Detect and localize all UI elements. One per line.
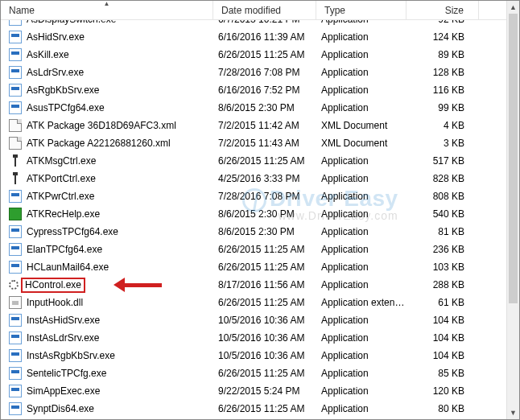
file-date-cell: 6/26/2015 11:25 AM bbox=[213, 244, 316, 255]
file-type-cell: XML Document bbox=[316, 120, 407, 131]
column-header-date[interactable]: Date modified bbox=[213, 1, 316, 19]
file-name-label: AsusTPCfg64.exe bbox=[27, 102, 105, 113]
file-row[interactable]: InstAsHidSrv.exe10/5/2016 10:36 AMApplic… bbox=[1, 311, 506, 329]
file-row[interactable]: ElanTPCfg64.exe6/26/2015 11:25 AMApplica… bbox=[1, 241, 506, 258]
file-size-cell: 128 KB bbox=[407, 67, 479, 78]
file-row[interactable]: ATKPwrCtrl.exe7/28/2016 7:08 PMApplicati… bbox=[1, 187, 506, 205]
file-row[interactable]: ATKMsgCtrl.exe6/26/2015 11:25 AMApplicat… bbox=[1, 152, 506, 170]
file-type-cell: Application bbox=[316, 208, 407, 220]
file-date-cell: 6/26/2015 11:25 AM bbox=[213, 49, 316, 60]
file-row[interactable]: AsDisplaySwitch.exe6/7/2013 10:21 PMAppl… bbox=[1, 20, 506, 28]
exe-icon bbox=[9, 349, 22, 362]
file-type-cell: Application bbox=[316, 31, 407, 43]
dll-icon bbox=[9, 296, 22, 309]
file-size-cell: 92 KB bbox=[407, 20, 479, 25]
exe-icon bbox=[9, 48, 22, 61]
file-type-cell: Application bbox=[316, 244, 407, 255]
file-row[interactable]: HCLaunMail64.exe6/26/2015 11:25 AMApplic… bbox=[1, 258, 506, 276]
file-type-cell: Application bbox=[316, 84, 407, 96]
file-row[interactable]: ATK Package 36D18D69AFC3.xml7/2/2015 11:… bbox=[1, 117, 506, 134]
file-size-cell: 104 KB bbox=[407, 315, 479, 326]
file-size-cell: 89 KB bbox=[407, 49, 479, 60]
file-row[interactable]: ATK Package A22126881260.xml7/2/2015 11:… bbox=[1, 134, 506, 152]
file-name-cell: AsRgbKbSrv.exe bbox=[1, 84, 213, 97]
column-header-name-label: Name bbox=[9, 5, 35, 16]
file-type-cell: Application extens... bbox=[316, 297, 407, 308]
file-name-label: ATKPortCtrl.exe bbox=[27, 173, 96, 184]
file-type-cell: Application bbox=[316, 279, 407, 290]
file-name-cell: InstAsLdrSrv.exe bbox=[1, 331, 213, 344]
file-name-label: AsDisplaySwitch.exe bbox=[27, 20, 116, 25]
file-row[interactable]: AsLdrSrv.exe7/28/2016 7:08 PMApplication… bbox=[1, 64, 506, 81]
file-date-cell: 10/5/2016 10:36 AM bbox=[213, 315, 316, 326]
file-date-cell: 8/6/2015 2:30 PM bbox=[213, 208, 316, 220]
file-name-cell: AsHidSrv.exe bbox=[1, 31, 213, 43]
vertical-scrollbar[interactable]: ▲ ▼ bbox=[506, 1, 519, 419]
file-type-cell: Application bbox=[316, 49, 407, 60]
file-size-cell: 4 KB bbox=[407, 120, 479, 131]
file-size-cell: 3 KB bbox=[407, 138, 479, 149]
file-name-cell: ATKPortCtrl.exe bbox=[1, 172, 213, 185]
file-row[interactable]: InputHook.dll6/26/2015 11:25 AMApplicati… bbox=[1, 294, 506, 311]
file-row[interactable]: SimAppExec.exe9/22/2015 5:24 PMApplicati… bbox=[1, 382, 506, 400]
exe-icon bbox=[9, 20, 22, 26]
file-name-label: ATK Package 36D18D69AFC3.xml bbox=[27, 120, 176, 131]
scroll-down-button[interactable]: ▼ bbox=[507, 406, 519, 419]
file-name-label: SentelicTPCfg.exe bbox=[27, 368, 106, 379]
usb-icon bbox=[9, 172, 22, 185]
file-date-cell: 4/25/2016 3:33 PM bbox=[213, 173, 316, 184]
file-list-view: Name ▲ Date modified Type Size AsDisplay… bbox=[1, 1, 519, 419]
file-date-cell: 7/2/2015 11:43 AM bbox=[213, 138, 316, 149]
file-row[interactable]: SynptSync64.exe6/26/2015 11:25 AMApplica… bbox=[1, 418, 506, 419]
file-name-label: InputHook.dll bbox=[27, 297, 83, 308]
scroll-up-button[interactable]: ▲ bbox=[507, 1, 519, 14]
exe-icon bbox=[9, 243, 22, 256]
file-row[interactable]: HControl.exe8/17/2016 11:56 AMApplicatio… bbox=[1, 276, 506, 294]
file-row[interactable]: SynptDis64.exe6/26/2015 11:25 AMApplicat… bbox=[1, 400, 506, 418]
file-name-cell: SimAppExec.exe bbox=[1, 385, 213, 397]
file-row[interactable]: ATKRecHelp.exe8/6/2015 2:30 PMApplicatio… bbox=[1, 205, 506, 223]
file-row[interactable]: AsHidSrv.exe6/16/2016 11:39 AMApplicatio… bbox=[1, 28, 506, 46]
exe-icon bbox=[9, 367, 22, 380]
file-row[interactable]: SentelicTPCfg.exe6/26/2015 11:25 AMAppli… bbox=[1, 364, 506, 382]
file-type-cell: Application bbox=[316, 385, 407, 397]
file-row[interactable]: AsKill.exe6/26/2015 11:25 AMApplication8… bbox=[1, 46, 506, 64]
file-name-label: CypressTPCfg64.exe bbox=[27, 226, 118, 237]
exe-icon bbox=[9, 331, 22, 344]
exe-icon bbox=[9, 261, 22, 274]
file-row[interactable]: AsRgbKbSrv.exe6/16/2016 7:52 PMApplicati… bbox=[1, 81, 506, 99]
column-header-name[interactable]: Name ▲ bbox=[1, 1, 213, 19]
file-row[interactable]: InstAsLdrSrv.exe10/5/2016 10:36 AMApplic… bbox=[1, 329, 506, 347]
file-name-label: SynptDis64.exe bbox=[27, 403, 94, 414]
column-header-type[interactable]: Type bbox=[316, 1, 407, 19]
file-row[interactable]: CypressTPCfg64.exe8/6/2015 2:30 PMApplic… bbox=[1, 223, 506, 241]
scroll-thumb[interactable] bbox=[509, 14, 518, 303]
file-size-cell: 808 KB bbox=[407, 191, 479, 202]
file-date-cell: 6/26/2015 11:25 AM bbox=[213, 261, 316, 273]
file-row[interactable]: ATKPortCtrl.exe4/25/2016 3:33 PMApplicat… bbox=[1, 170, 506, 187]
file-name-label: ATKPwrCtrl.exe bbox=[27, 191, 94, 202]
file-size-cell: 85 KB bbox=[407, 368, 479, 379]
column-header-date-label: Date modified bbox=[221, 5, 281, 16]
file-size-cell: 236 KB bbox=[407, 244, 479, 255]
file-name-cell: AsusTPCfg64.exe bbox=[1, 101, 213, 114]
file-name-label: ATKMsgCtrl.exe bbox=[27, 155, 96, 167]
file-type-cell: Application bbox=[316, 155, 407, 167]
column-header-size[interactable]: Size bbox=[407, 1, 479, 19]
file-type-cell: Application bbox=[316, 350, 407, 361]
file-type-cell: Application bbox=[316, 315, 407, 326]
file-name-label: HCLaunMail64.exe bbox=[27, 261, 109, 273]
file-date-cell: 7/28/2016 7:08 PM bbox=[213, 191, 316, 202]
file-type-cell: Application bbox=[316, 368, 407, 379]
file-rows-container: AsDisplaySwitch.exe6/7/2013 10:21 PMAppl… bbox=[1, 20, 506, 419]
file-size-cell: 80 KB bbox=[407, 403, 479, 414]
scroll-track[interactable] bbox=[507, 14, 519, 406]
file-name-cell: InputHook.dll bbox=[1, 296, 213, 309]
file-date-cell: 8/6/2015 2:30 PM bbox=[213, 102, 316, 113]
file-row[interactable]: InstAsRgbKbSrv.exe10/5/2016 10:36 AMAppl… bbox=[1, 347, 506, 364]
file-size-cell: 99 KB bbox=[407, 102, 479, 113]
gear-icon bbox=[9, 280, 19, 290]
file-size-cell: 828 KB bbox=[407, 173, 479, 184]
file-row[interactable]: AsusTPCfg64.exe8/6/2015 2:30 PMApplicati… bbox=[1, 99, 506, 117]
file-date-cell: 6/16/2016 11:39 AM bbox=[213, 31, 316, 43]
